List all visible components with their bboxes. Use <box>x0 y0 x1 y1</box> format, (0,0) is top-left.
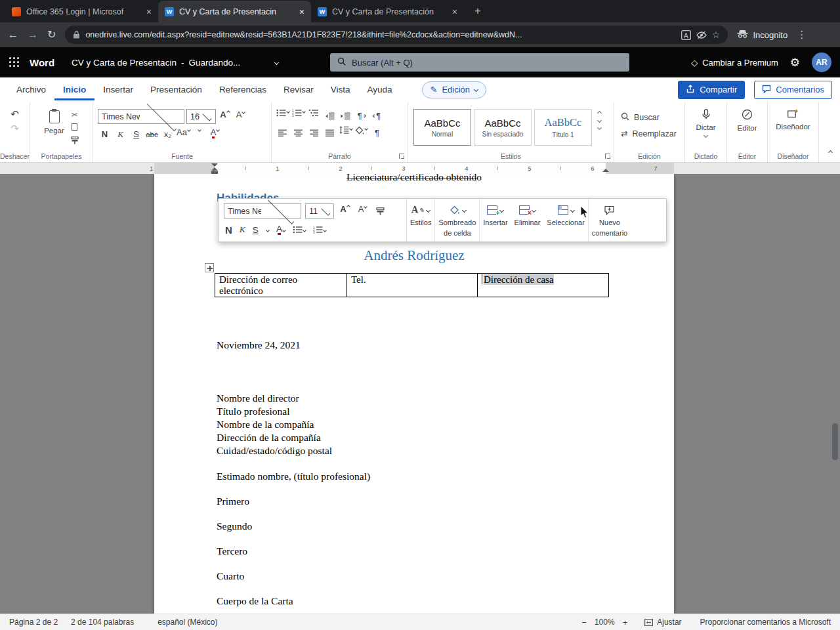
ctx-highlight-button[interactable] <box>266 228 269 232</box>
language-indicator[interactable]: español (México) <box>158 618 217 627</box>
shrink-font-button[interactable]: A <box>234 110 247 123</box>
document-title-control[interactable]: CV y Carta de Presentacin - Guardando... <box>72 58 278 68</box>
feedback-link[interactable]: Proporcionar comentarios a Microsoft <box>700 618 831 627</box>
styles-dialog-launcher-icon[interactable] <box>605 154 610 159</box>
browser-tab-cv-active[interactable]: W CV y Carta de Presentacin × <box>158 1 311 22</box>
vertical-scrollbar-thumb[interactable] <box>832 423 838 460</box>
grow-font-button[interactable]: A <box>218 110 232 123</box>
show-marks-button[interactable]: ¶ <box>370 126 384 140</box>
ctx-numbering-button[interactable]: 123 <box>313 226 326 234</box>
table-cell-tel[interactable]: Tel. <box>346 274 477 297</box>
browser-tab-cv-2[interactable]: W CV y Carta de Presentación × <box>311 1 464 22</box>
font-color-button[interactable]: A <box>208 127 222 141</box>
premium-button[interactable]: ◇ Cambiar a Premium <box>691 58 778 68</box>
ctx-italic-button[interactable]: K <box>240 224 245 235</box>
browser-tab-office-login[interactable]: Office 365 Login | Microsof × <box>5 1 158 22</box>
refresh-button[interactable]: ↻ <box>47 30 56 40</box>
align-left-button[interactable] <box>276 126 289 140</box>
increase-indent-button[interactable] <box>339 109 352 123</box>
ctx-bullets-button[interactable] <box>293 226 306 234</box>
microphone-icon[interactable] <box>702 109 710 121</box>
style-normal[interactable]: AaBbCc Normal <box>413 109 471 146</box>
ctx-cell-shading-button[interactable]: Sombreado de celda <box>434 199 479 242</box>
cut-icon[interactable]: ✂ <box>72 111 78 119</box>
ctx-styles-button[interactable]: A✎ Estilos <box>407 199 434 242</box>
replace-button[interactable]: ⇄ Reemplazar <box>621 125 684 142</box>
copy-icon[interactable] <box>72 123 77 131</box>
underline-button[interactable]: S <box>129 127 143 141</box>
ctx-insert-button[interactable]: + Insertar <box>479 199 511 242</box>
ctx-grow-font-button[interactable]: A <box>338 204 352 218</box>
ctx-font-name-combo[interactable]: Times New Ro... <box>224 203 301 219</box>
editing-mode-dropdown[interactable]: ✎ Edición <box>422 81 487 98</box>
chevron-down-icon[interactable] <box>704 133 708 138</box>
style-sin-espaciado[interactable]: AaBbCc Sin espaciado <box>474 109 532 146</box>
table-move-handle-icon[interactable] <box>205 263 214 272</box>
style-titulo-1[interactable]: AaBbCc Título 1 <box>534 109 592 146</box>
bookmark-star-icon[interactable]: ☆ <box>712 30 721 40</box>
editor-icon[interactable] <box>742 109 753 121</box>
search-box[interactable] <box>330 53 629 72</box>
ribbon-tab-archivo[interactable]: Archivo <box>8 79 54 101</box>
close-icon[interactable]: × <box>146 7 152 16</box>
ribbon-tab-ayuda[interactable]: Ayuda <box>358 79 400 101</box>
eye-off-icon[interactable] <box>696 31 707 39</box>
comments-button[interactable]: Comentarios <box>754 81 832 99</box>
browser-menu-icon[interactable]: ⋮ <box>797 29 807 41</box>
close-icon[interactable]: × <box>452 7 457 16</box>
close-icon[interactable]: × <box>299 7 304 16</box>
ribbon-tab-inicio[interactable]: Inicio <box>54 79 94 101</box>
account-avatar[interactable]: AR <box>812 52 831 72</box>
address-bar[interactable]: onedrive.live.com/edit.aspx?resid=editne… <box>65 26 728 44</box>
styles-gallery-down-icon[interactable] <box>597 118 602 123</box>
highlight-color-button[interactable] <box>192 127 206 141</box>
rtl-paragraph-button[interactable]: ¶ <box>370 109 384 123</box>
new-tab-button[interactable]: + <box>469 3 486 20</box>
ctx-font-size-combo[interactable]: 11 <box>305 203 334 219</box>
forward-button[interactable]: → <box>28 30 38 40</box>
change-case-button[interactable]: Aa <box>177 127 190 141</box>
search-input[interactable] <box>352 58 622 68</box>
designer-icon[interactable] <box>788 109 799 120</box>
redo-button[interactable]: ↷ <box>10 123 19 133</box>
undo-button[interactable]: ↶ <box>10 109 19 119</box>
ribbon-tab-vista[interactable]: Vista <box>322 79 359 101</box>
font-size-combo[interactable]: 16 <box>186 109 216 124</box>
shading-button[interactable] <box>354 126 368 140</box>
ltr-paragraph-button[interactable]: ¶ <box>354 109 368 123</box>
ctx-font-color-button[interactable]: A <box>276 224 285 236</box>
ctx-format-painter-icon[interactable] <box>373 204 387 218</box>
multilevel-list-button[interactable] <box>307 109 321 123</box>
chevron-down-icon[interactable] <box>274 60 279 64</box>
align-right-button[interactable] <box>307 126 321 140</box>
align-center-button[interactable] <box>291 126 305 140</box>
find-button[interactable]: Buscar <box>621 109 684 125</box>
ctx-bold-button[interactable]: N <box>225 224 232 236</box>
zoom-in-button[interactable]: + <box>623 618 628 627</box>
ctx-underline-button[interactable]: S <box>253 225 259 235</box>
font-name-combo[interactable]: Times New Roman <box>98 109 184 124</box>
ctx-delete-button[interactable]: × Eliminar <box>511 199 544 242</box>
ribbon-tab-referencias[interactable]: Referencias <box>211 79 275 101</box>
table-cell-email[interactable]: Dirección de correo electrónico <box>215 274 346 297</box>
back-button[interactable]: ← <box>8 30 18 40</box>
indent-marker-right[interactable] <box>602 169 609 172</box>
ribbon-tab-presentacion[interactable]: Presentación <box>142 79 211 101</box>
line-spacing-button[interactable] <box>339 126 352 140</box>
translate-icon[interactable]: A <box>681 30 691 40</box>
paragraph-dialog-launcher-icon[interactable] <box>399 154 404 159</box>
fit-page-button[interactable]: Ajustar <box>644 618 681 627</box>
share-button[interactable]: Compartir <box>678 81 745 99</box>
bullets-button[interactable] <box>276 109 289 123</box>
ribbon-tab-revisar[interactable]: Revisar <box>275 79 322 101</box>
indent-marker-left[interactable] <box>211 163 218 174</box>
settings-gear-icon[interactable]: ⚙ <box>790 56 800 70</box>
strikethrough-button[interactable]: abc <box>145 127 159 141</box>
ribbon-tab-insertar[interactable]: Insertar <box>94 79 142 101</box>
ctx-shrink-font-button[interactable]: A <box>356 204 369 218</box>
subscript-button[interactable]: x₂ <box>161 127 175 141</box>
format-painter-icon[interactable] <box>71 135 79 147</box>
decrease-indent-button[interactable] <box>323 109 337 123</box>
word-count[interactable]: 2 de 104 palabras <box>71 618 134 627</box>
collapse-ribbon-icon[interactable] <box>828 150 833 155</box>
